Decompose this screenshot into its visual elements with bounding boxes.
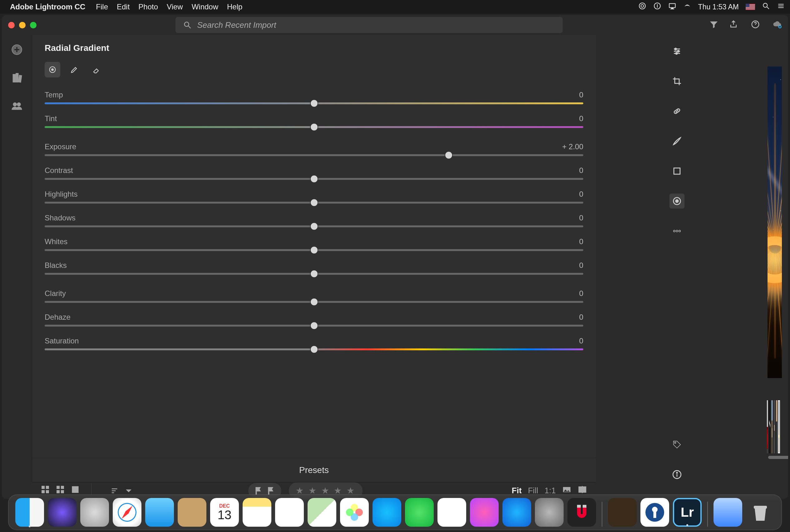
menubar-tray: Thu 1:53 AM <box>638 2 785 12</box>
dock-ft-icon[interactable] <box>405 498 434 527</box>
dock-appstore-icon[interactable] <box>503 498 531 527</box>
menu-edit[interactable]: Edit <box>117 2 130 11</box>
thumb-coffee[interactable] <box>774 400 775 453</box>
slider-contrast[interactable]: Contrast0 <box>45 166 583 180</box>
dock-contacts-icon[interactable] <box>178 498 206 527</box>
status-icon-1[interactable] <box>653 2 661 12</box>
filter-icon[interactable] <box>709 19 719 31</box>
brush-icon[interactable] <box>670 134 684 149</box>
slider-whites[interactable]: Whites0 <box>45 237 583 251</box>
dock-rem-icon[interactable] <box>275 498 304 527</box>
keywords-icon[interactable] <box>670 437 684 452</box>
creative-cloud-icon[interactable] <box>638 2 646 12</box>
minimize-button[interactable] <box>19 22 25 28</box>
svg-point-36 <box>675 442 676 444</box>
zoom-fit[interactable]: Fit <box>512 486 522 495</box>
dock-news-icon[interactable]: N <box>437 498 466 527</box>
menu-help[interactable]: Help <box>227 2 242 11</box>
mac-menubar: Adobe Lightroom CC File Edit Photo View … <box>0 0 790 14</box>
input-flag-icon[interactable] <box>746 4 755 10</box>
menu-window[interactable]: Window <box>192 2 218 11</box>
dock-imovie-icon[interactable] <box>608 498 637 527</box>
dock-maps-icon[interactable] <box>307 498 336 527</box>
slider-label: Contrast <box>45 166 73 175</box>
slider-label: Tint <box>45 114 57 123</box>
status-icon-2[interactable] <box>683 2 691 12</box>
zoom-1to1[interactable]: 1:1 <box>545 486 556 495</box>
dock-itunes-icon[interactable] <box>470 498 499 527</box>
search-input[interactable]: Search Recent Import <box>175 17 563 33</box>
thumb-fire[interactable] <box>778 400 779 453</box>
airplay-icon[interactable] <box>668 2 676 12</box>
thumb-waves[interactable] <box>776 400 777 453</box>
dock-finder-icon[interactable] <box>15 498 44 527</box>
dock-pref-icon[interactable] <box>535 498 564 527</box>
fullscreen-button[interactable] <box>30 22 37 28</box>
mask-mode-erase[interactable] <box>88 62 104 77</box>
radial-mask-overlay[interactable] <box>773 154 782 297</box>
linear-gradient-icon[interactable] <box>670 164 684 178</box>
slider-value: 0 <box>579 261 583 270</box>
main-canvas[interactable] <box>768 66 782 378</box>
zoom-fill[interactable]: Fill <box>528 486 538 495</box>
dock-1pw-icon[interactable] <box>640 498 669 527</box>
dock-mail-icon[interactable] <box>145 498 174 527</box>
menu-file[interactable]: File <box>96 2 108 11</box>
app-name[interactable]: Adobe Lightroom CC <box>10 2 85 11</box>
sharing-icon[interactable] <box>11 100 23 113</box>
mask-mode-new[interactable] <box>45 62 60 77</box>
svg-rect-69 <box>754 506 767 509</box>
dock-trash-icon[interactable] <box>746 498 775 527</box>
dock-dl-icon[interactable] <box>714 498 742 527</box>
dock-photos-icon[interactable] <box>340 498 369 527</box>
spotlight-icon[interactable] <box>762 2 770 12</box>
edit-panel: Radial Gradient Temp0 Tint0 Exposure+ 2.… <box>32 35 596 482</box>
svg-line-11 <box>188 26 190 28</box>
slider-dehaze[interactable]: Dehaze0 <box>45 313 583 327</box>
healing-icon[interactable] <box>670 104 684 119</box>
slider-exposure[interactable]: Exposure+ 2.00 <box>45 142 583 156</box>
thumb-mountain[interactable] <box>772 400 772 453</box>
close-button[interactable] <box>8 22 15 28</box>
dock-notes-icon[interactable] <box>243 498 271 527</box>
svg-point-27 <box>676 53 678 54</box>
thumb-apple[interactable] <box>769 400 770 453</box>
svg-point-63 <box>346 509 354 516</box>
slider-value: 0 <box>579 213 583 222</box>
edit-sliders-icon[interactable] <box>670 44 684 59</box>
slider-temp[interactable]: Temp0 <box>45 91 583 104</box>
menu-photo[interactable]: Photo <box>138 2 158 11</box>
menu-view[interactable]: View <box>167 2 183 11</box>
crop-icon[interactable] <box>670 74 684 89</box>
presets-button[interactable]: Presets <box>32 458 596 482</box>
dock-launch-icon[interactable] <box>80 498 109 527</box>
filmstrip-scrollbar[interactable] <box>767 456 779 459</box>
svg-rect-52 <box>256 487 257 494</box>
help-icon[interactable] <box>751 20 760 30</box>
my-photos-icon[interactable] <box>11 72 23 85</box>
more-icon[interactable] <box>670 224 684 239</box>
radial-gradient-icon[interactable] <box>670 194 684 209</box>
dock-magnet-icon[interactable] <box>567 498 596 527</box>
add-photos-icon[interactable] <box>11 44 23 57</box>
slider-clarity[interactable]: Clarity0 <box>45 289 583 303</box>
cloud-sync-icon[interactable] <box>772 20 782 30</box>
slider-shadows[interactable]: Shadows0 <box>45 213 583 227</box>
sort-dropdown[interactable] <box>110 486 133 495</box>
dock-siri-icon[interactable] <box>48 498 76 527</box>
share-icon[interactable] <box>729 20 738 30</box>
menubar-clock[interactable]: Thu 1:53 AM <box>698 3 739 11</box>
info-icon[interactable] <box>670 467 684 482</box>
dock-safari-icon[interactable] <box>113 498 142 527</box>
slider-blacks[interactable]: Blacks0 <box>45 261 583 275</box>
mask-mode-brush[interactable] <box>67 62 82 77</box>
dock-lr-icon[interactable]: Lr <box>673 498 702 527</box>
dock-cal-icon[interactable]: DEC13 <box>210 498 239 527</box>
slider-saturation[interactable]: Saturation0 <box>45 337 583 350</box>
slider-tint[interactable]: Tint0 <box>45 114 583 128</box>
dock-mess-icon[interactable] <box>373 498 401 527</box>
thumb-car[interactable] <box>767 400 768 453</box>
slider-value: 0 <box>579 313 583 322</box>
slider-highlights[interactable]: Highlights0 <box>45 190 583 204</box>
control-center-icon[interactable] <box>777 2 785 12</box>
